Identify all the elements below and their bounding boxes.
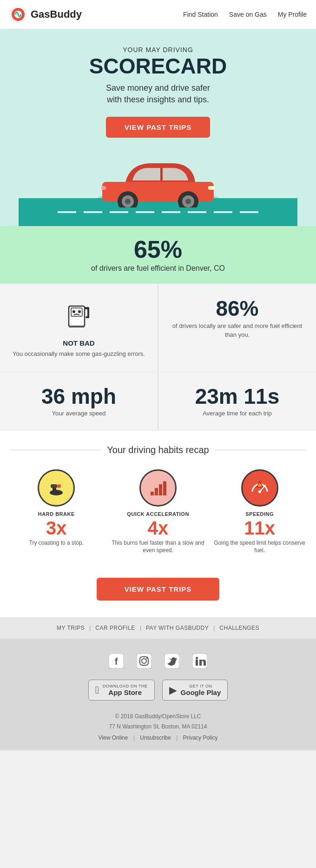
svg-point-25 [57, 484, 61, 488]
hard-brake-icon [38, 469, 75, 507]
nav-save-on-gas[interactable]: Save on Gas [229, 11, 267, 18]
svg-rect-28 [159, 484, 162, 495]
driver-pct-cell: 86% of drivers locally are safer and mor… [158, 285, 316, 371]
footer-copyright: © 2018 GasBuddy/OpenStore LLC 77 N Washi… [9, 712, 307, 732]
footer-sep-3: | [213, 625, 215, 631]
apple-icon:  [95, 684, 99, 696]
app-store-text: Download on the App Store [103, 684, 148, 696]
gas-pump-icon [9, 298, 148, 335]
avg-time-desc: Average time for each trip [168, 410, 307, 417]
hard-brake-count: 3x [46, 519, 67, 537]
footer-links: View Online | Unsubscribe | Privacy Poli… [9, 734, 307, 741]
social-icons-row: f [9, 652, 307, 670]
habit-quick-accel: QUICK ACCELERATION 4x This burns fuel fa… [111, 469, 205, 555]
svg-point-31 [258, 490, 261, 493]
gas-rating-cell: NOT BAD You occasionally make some gas-g… [0, 285, 158, 371]
driver-percentage: 86% [168, 298, 307, 319]
stats-grid-bottom: 36 mph Your average speed 23m 11s Averag… [0, 373, 316, 430]
store-buttons-row:  Download on the App Store ▶ GET IT ON … [9, 680, 307, 701]
svg-point-11 [185, 199, 191, 204]
nav-find-station[interactable]: Find Station [183, 11, 218, 18]
hero-title: SCORECARD [19, 55, 297, 77]
gas-rating-desc: You occasionally make some gas-guzzling … [9, 350, 148, 358]
svg-text:f: f [115, 656, 118, 667]
linkedin-icon[interactable] [191, 652, 209, 670]
svg-rect-12 [208, 186, 215, 190]
footer-sep-1: | [89, 625, 91, 631]
svg-rect-24 [51, 484, 57, 488]
footer-nav-challenges[interactable]: CHALLENGES [219, 625, 259, 631]
hard-brake-desc: Try coasting to a stop. [29, 539, 84, 547]
habits-line-left [9, 450, 101, 450]
svg-point-42 [196, 657, 198, 659]
footer-nav-my-trips[interactable]: MY TRIPS [57, 625, 85, 631]
play-icon: ▶ [169, 684, 177, 696]
gasbuddy-logo-icon [9, 6, 27, 23]
google-play-text: GET IT ON Google Play [181, 684, 221, 696]
svg-point-38 [146, 658, 148, 659]
footer-nav-pay[interactable]: PAY WITH GASBUDDY [146, 625, 209, 631]
svg-rect-35 [137, 654, 151, 668]
footer-view-online[interactable]: View Online [99, 734, 128, 741]
main-nav: Find Station Save on Gas My Profile [183, 11, 307, 18]
quick-accel-desc: This burns fuel faster than a slow and e… [111, 539, 205, 555]
footer-nav: MY TRIPS | CAR PROFILE | PAY WITH GASBUD… [0, 617, 316, 639]
svg-point-17 [78, 310, 81, 313]
hero-section: YOUR MAY DRIVING SCORECARD Save money an… [0, 29, 316, 226]
quick-accel-label: QUICK ACCELERATION [127, 511, 189, 517]
habits-title-row: Your driving habits recap [9, 445, 307, 455]
hero-description: Save money and drive saferwith these ins… [19, 82, 297, 106]
habits-section: Your driving habits recap HARD BRAKE 3x … [0, 431, 316, 569]
avg-time-value: 23m 11s [168, 386, 307, 407]
svg-rect-13 [101, 186, 106, 190]
footer-sep-2: | [140, 625, 141, 631]
logo-area: GasBuddy [9, 6, 82, 23]
svg-rect-41 [196, 660, 198, 666]
logo-text: GasBuddy [31, 8, 82, 20]
hard-brake-label: HARD BRAKE [38, 511, 75, 517]
speeding-icon: ! [241, 469, 278, 507]
quick-accel-icon [139, 469, 177, 507]
efficiency-banner: 65% of drivers are fuel efficient in Den… [0, 226, 316, 284]
twitter-icon[interactable] [163, 652, 181, 670]
svg-point-8 [125, 199, 131, 204]
habit-speeding: ! SPEEDING 11x Going the speed limit hel… [212, 469, 307, 555]
svg-rect-26 [151, 492, 154, 495]
road-dashes [19, 211, 297, 213]
svg-rect-27 [155, 488, 158, 495]
svg-point-16 [72, 310, 75, 313]
habits-grid: HARD BRAKE 3x Try coasting to a stop. QU… [9, 469, 307, 555]
habits-line-right [215, 450, 307, 450]
avg-speed-desc: Your average speed [9, 410, 148, 417]
stats-grid-top: NOT BAD You occasionally make some gas-g… [0, 285, 316, 371]
footer-social: f  [0, 639, 316, 750]
avg-speed-cell: 36 mph Your average speed [0, 373, 158, 430]
google-play-button[interactable]: ▶ GET IT ON Google Play [162, 680, 228, 701]
avg-time-cell: 23m 11s Average time for each trip [158, 373, 316, 430]
app-store-button[interactable]:  Download on the App Store [88, 680, 155, 701]
cta-section: VIEW PAST TRIPS [0, 568, 316, 617]
nav-my-profile[interactable]: My Profile [278, 11, 307, 18]
svg-text:!: ! [259, 483, 260, 487]
car-illustration [19, 152, 297, 207]
efficiency-description: of drivers are fuel efficient in Denver,… [9, 264, 307, 273]
view-past-trips-button-2[interactable]: VIEW PAST TRIPS [97, 578, 220, 601]
avg-speed-value: 36 mph [9, 386, 148, 407]
footer-privacy-policy[interactable]: Privacy Policy [183, 734, 218, 741]
quick-accel-count: 4x [148, 519, 169, 537]
facebook-icon[interactable]: f [107, 652, 125, 670]
svg-rect-21 [69, 326, 85, 327]
footer-nav-car-profile[interactable]: CAR PROFILE [95, 625, 135, 631]
footer-unsubscribe[interactable]: Unsubscribe [140, 734, 171, 741]
header: GasBuddy Find Station Save on Gas My Pro… [0, 0, 316, 29]
speeding-label: SPEEDING [245, 511, 274, 517]
view-past-trips-button-1[interactable]: VIEW PAST TRIPS [106, 117, 211, 138]
speeding-desc: Going the speed limit helps conserve fue… [212, 539, 307, 555]
hero-month-label: YOUR MAY DRIVING [19, 46, 297, 53]
instagram-icon[interactable] [135, 652, 153, 670]
speeding-count: 11x [244, 519, 275, 537]
svg-rect-20 [86, 316, 89, 318]
habit-hard-brake: HARD BRAKE 3x Try coasting to a stop. [9, 469, 104, 555]
gas-rating-label: NOT BAD [9, 339, 148, 347]
driver-percentage-desc: of drivers locally are safer and more fu… [168, 322, 307, 339]
